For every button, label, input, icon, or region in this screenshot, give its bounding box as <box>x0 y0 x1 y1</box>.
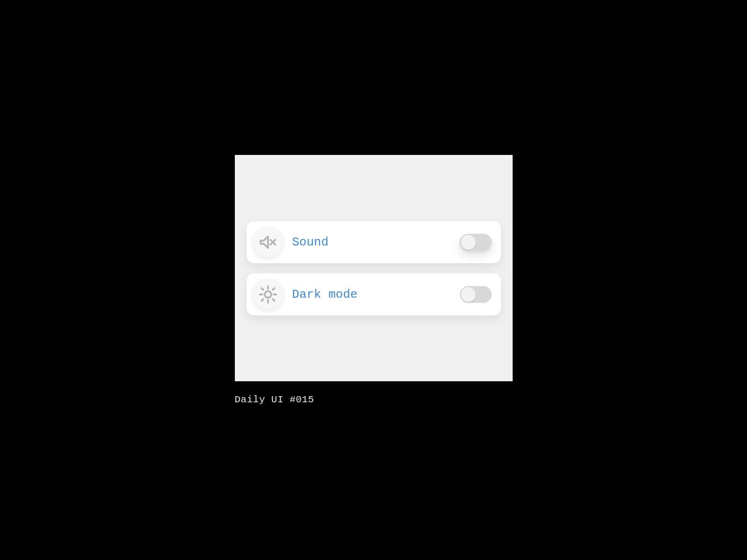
svg-point-2 <box>265 291 271 298</box>
sun-icon <box>258 285 278 304</box>
sound-label: Sound <box>292 235 460 249</box>
sound-toggle[interactable] <box>460 234 492 251</box>
settings-card: Sound Dark mode <box>235 155 513 381</box>
sound-toggle-knob <box>461 235 476 250</box>
dark-mode-label: Dark mode <box>292 287 460 301</box>
dark-mode-setting-row: Dark mode <box>247 273 501 315</box>
sound-setting-row: Sound <box>247 221 501 263</box>
svg-line-5 <box>261 288 263 290</box>
dark-mode-icon-container <box>252 279 284 310</box>
svg-line-10 <box>272 288 274 290</box>
svg-line-6 <box>272 299 274 301</box>
svg-line-9 <box>261 299 263 301</box>
volume-mute-icon <box>258 232 278 252</box>
sound-icon-container <box>252 226 284 258</box>
caption: Daily UI #015 <box>235 394 513 405</box>
dark-mode-toggle[interactable] <box>460 286 492 303</box>
dark-mode-toggle-knob <box>461 287 476 302</box>
